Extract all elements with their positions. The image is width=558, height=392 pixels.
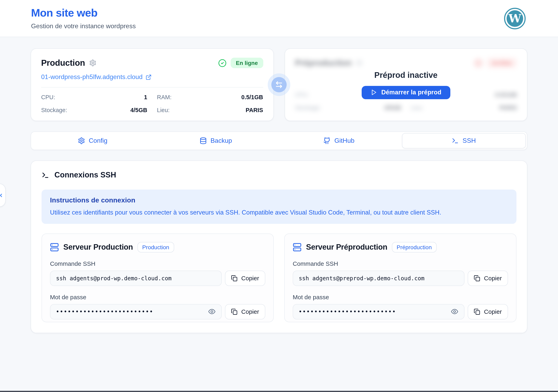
tab-ssh[interactable]: SSH [402, 133, 526, 148]
tab-backup[interactable]: Backup [154, 132, 277, 150]
password-masked-value: ••••••••••••••••••••••••• [299, 309, 396, 314]
stat-value: 1 [144, 94, 147, 100]
swap-environments-button[interactable] [271, 77, 287, 92]
copy-icon [474, 308, 480, 315]
production-stats: CPU:1 RAM:0.5/1GB Stockage:4/5GB Lieu:PA… [41, 94, 263, 113]
divider [41, 87, 263, 87]
tab-github[interactable]: GitHub [277, 132, 401, 150]
external-link-icon [145, 74, 151, 80]
environment-cards-row: Production En ligne 01-wordpress-ph5lfw.… [31, 48, 527, 121]
ssh-section-title-text: Connexions SSH [54, 171, 116, 179]
copy-password-button[interactable]: Copier [468, 304, 508, 319]
copy-label: Copier [484, 275, 502, 282]
server-title: Serveur Préproduction [306, 243, 387, 252]
production-url-text: 01-wordpress-ph5lfw.adgents.cloud [41, 73, 142, 81]
preproduction-inactive-overlay: Préprod inactive Démarrer la préprod [285, 49, 527, 121]
wordpress-icon: W [504, 8, 526, 29]
app-root: Mon site web Gestion de votre instance w… [0, 0, 558, 392]
tab-ssh-label: SSH [463, 137, 476, 144]
header-text: Mon site web Gestion de votre instance w… [31, 7, 136, 30]
server-title: Serveur Production [63, 243, 133, 252]
tool-tabbar: Config Backup GitHub SSH [31, 131, 527, 150]
copy-command-button[interactable]: Copier [225, 271, 265, 286]
window-bottom-edge [0, 391, 558, 392]
gear-icon[interactable] [89, 59, 96, 67]
env-badge: Préproduction [392, 242, 436, 253]
server-cards-row: Serveur Production Production Commande S… [42, 234, 516, 322]
tab-github-label: GitHub [334, 137, 355, 144]
copy-icon [231, 308, 238, 315]
status-badge: En ligne [231, 58, 263, 68]
terminal-icon [42, 171, 49, 179]
command-label: Commande SSH [293, 260, 508, 267]
svg-text:W: W [508, 11, 521, 25]
copy-password-button[interactable]: Copier [225, 304, 265, 319]
page-subtitle: Gestion de votre instance wordpress [31, 22, 136, 30]
page-title: Mon site web [31, 7, 136, 19]
production-card: Production En ligne 01-wordpress-ph5lfw.… [31, 48, 274, 121]
ssh-connections-card: Connexions SSH Instructions de connexion… [31, 160, 527, 333]
ssh-section-title: Connexions SSH [42, 171, 516, 179]
swap-arrows-icon [275, 81, 283, 89]
copy-label: Copier [241, 308, 259, 315]
server-icon [50, 243, 59, 252]
copy-label: Copier [484, 308, 502, 315]
tab-config-label: Config [89, 137, 107, 144]
database-icon [200, 137, 207, 144]
instructions-title: Instructions de connexion [50, 196, 508, 204]
password-masked-value: ••••••••••••••••••••••••• [56, 309, 154, 314]
password-label: Mot de passe [293, 294, 508, 300]
check-circle-icon [218, 59, 227, 67]
ssh-command-field[interactable]: ssh adgents@prod-wp.demo-cloud.com [50, 271, 222, 286]
page-header: Mon site web Gestion de votre instance w… [0, 0, 558, 37]
server-card-production: Serveur Production Production Commande S… [42, 234, 274, 322]
start-preprod-label: Démarrer la préprod [381, 89, 441, 96]
copy-command-button[interactable]: Copier [468, 271, 508, 286]
env-badge: Production [137, 242, 174, 253]
server-icon [293, 243, 302, 252]
password-field[interactable]: ••••••••••••••••••••••••• [293, 304, 464, 319]
terminal-icon [452, 137, 459, 144]
copy-icon [474, 275, 480, 281]
stat-value: 4/5GB [131, 107, 147, 113]
stat-label: Stockage: [41, 107, 67, 113]
copy-label: Copier [241, 275, 259, 282]
server-card-preproduction: Serveur Préproduction Préproduction Comm… [284, 234, 516, 322]
stat-value: PARIS [246, 107, 263, 113]
stat-label: CPU: [41, 94, 55, 100]
gear-icon [78, 137, 85, 144]
ssh-command-field[interactable]: ssh adgents@preprod-wp.demo-cloud.com [293, 271, 464, 286]
stat-label: RAM: [157, 94, 172, 100]
tab-config[interactable]: Config [31, 132, 154, 150]
production-card-title: Production [41, 58, 85, 68]
preprod-inactive-label: Préprod inactive [374, 70, 437, 80]
eye-icon[interactable] [208, 308, 216, 316]
password-field[interactable]: ••••••••••••••••••••••••• [50, 304, 222, 319]
copy-icon [231, 275, 238, 281]
preproduction-card: Préproduction Arrêtée CPU:1 RAM:0.5/ [284, 48, 527, 121]
stat-value: 0.5/1GB [241, 94, 263, 100]
tab-backup-label: Backup [210, 137, 232, 144]
start-preprod-button[interactable]: Démarrer la préprod [361, 86, 450, 99]
github-icon [323, 137, 331, 144]
production-url-link[interactable]: 01-wordpress-ph5lfw.adgents.cloud [41, 73, 151, 81]
eye-icon[interactable] [451, 308, 458, 316]
chevron-left-icon [0, 192, 4, 198]
password-label: Mot de passe [50, 294, 265, 300]
sidebar-collapse-handle[interactable] [0, 183, 6, 207]
command-label: Commande SSH [50, 260, 265, 267]
play-icon [370, 89, 377, 96]
instructions-body: Utilisez ces identifiants pour vous conn… [50, 209, 508, 217]
ssh-instructions-box: Instructions de connexion Utilisez ces i… [42, 190, 516, 224]
stat-label: Lieu: [157, 107, 170, 113]
